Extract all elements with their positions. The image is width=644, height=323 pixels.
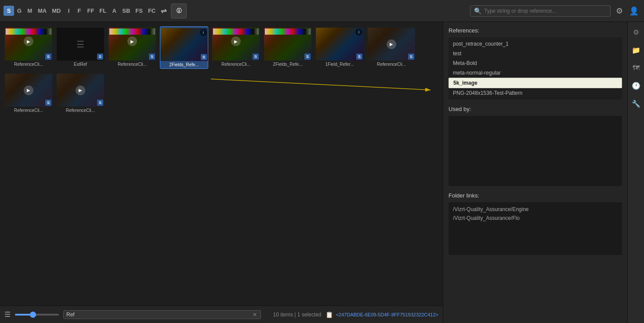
main-content: ▶ S ReferenceCli... ☰ S ExtRef bbox=[0, 22, 644, 323]
toolbar-btn-fl[interactable]: FL bbox=[97, 6, 109, 16]
item-label: 2Fields_Refe... bbox=[264, 62, 311, 67]
ref-item[interactable]: Meta-Bold bbox=[449, 58, 622, 68]
item-label: ExtRef bbox=[57, 62, 104, 67]
list-item[interactable]: ▶ S ReferenceCli... bbox=[4, 26, 53, 69]
type-badge: S bbox=[304, 54, 311, 60]
left-panel: ▶ S ReferenceCli... ☰ S ExtRef bbox=[0, 22, 443, 323]
list-item[interactable]: ☰ S ExtRef bbox=[56, 26, 105, 69]
type-badge: S bbox=[253, 54, 259, 60]
ref-item[interactable]: meta-normal-regular bbox=[449, 68, 622, 78]
type-badge: S bbox=[408, 54, 414, 60]
toolbar-btn-md[interactable]: MD bbox=[49, 6, 63, 16]
play-badge: ▶ bbox=[127, 36, 137, 46]
type-badge: S bbox=[97, 54, 103, 60]
right-panel: References: post_retrace_counter_1 test … bbox=[443, 22, 627, 323]
thumbnail: ▶ S bbox=[368, 28, 415, 61]
toolbar-right-icons: ⚙ 👤 bbox=[614, 4, 640, 18]
list-item[interactable]: ▶ S ReferenceCli... bbox=[108, 26, 156, 69]
toolbar-btn-f[interactable]: F bbox=[74, 6, 84, 16]
user-icon[interactable]: 👤 bbox=[627, 4, 640, 18]
folder-links-box: /Vizrt-Quality_Assurance/Engine /Vizrt-Q… bbox=[449, 202, 622, 255]
list-view-icon[interactable]: ☰ bbox=[4, 310, 11, 319]
colorbar bbox=[6, 29, 51, 35]
list-item[interactable]: ▶ S ReferenceCli... bbox=[212, 26, 260, 69]
toolbar-btn-s[interactable]: S bbox=[4, 6, 14, 16]
thumb-image: ▶ S bbox=[109, 28, 156, 61]
map-side-icon[interactable]: 🗺 bbox=[631, 62, 641, 74]
thumb-image: ▶ S bbox=[212, 28, 260, 61]
list-item[interactable]: S 2Fields_Refe... bbox=[264, 26, 312, 69]
toolbar-btn-fs[interactable]: FS bbox=[133, 6, 145, 16]
ref-item[interactable]: post_retrace_counter_1 bbox=[449, 39, 622, 49]
toolbar-sort-btn[interactable]: ⇌ bbox=[158, 5, 169, 17]
tools-side-icon[interactable]: 🔧 bbox=[630, 98, 642, 110]
thumb-image: i S bbox=[160, 28, 208, 61]
filter-clear-button[interactable]: ✕ bbox=[252, 312, 258, 318]
toolbar-btn-sb[interactable]: SB bbox=[119, 6, 133, 16]
list-item[interactable]: i S 1Field_Refer... bbox=[315, 26, 364, 69]
thumbnail: ▶ S bbox=[5, 28, 52, 61]
search-input[interactable] bbox=[484, 8, 607, 14]
toolbar-btn-m[interactable]: M bbox=[25, 6, 35, 16]
used-by-title: Used by: bbox=[449, 106, 622, 112]
filter-input[interactable] bbox=[66, 312, 252, 318]
item-label: ReferenceCli... bbox=[368, 62, 415, 67]
info-icon: i bbox=[355, 29, 362, 36]
thumb-image: ▶ S bbox=[5, 28, 52, 61]
settings-icon[interactable]: ⚙ bbox=[614, 4, 625, 18]
list-item[interactable]: i S 2Fields_Refe... bbox=[160, 26, 208, 69]
right-panel-inner: References: post_retrace_counter_1 test … bbox=[443, 22, 627, 323]
references-title: References: bbox=[449, 27, 622, 34]
grid-wrapper: ▶ S ReferenceCli... ☰ S ExtRef bbox=[0, 22, 443, 305]
list-item[interactable]: ▶ S ReferenceCli... bbox=[4, 72, 53, 114]
list-item[interactable]: ▶ S ReferenceCli... bbox=[367, 26, 416, 69]
thumb-image: ☰ S bbox=[57, 28, 104, 61]
settings-side-icon[interactable]: ⚙ bbox=[631, 26, 641, 38]
colorbar bbox=[109, 29, 155, 35]
uuid-copy-icon[interactable]: 📋 bbox=[326, 311, 333, 318]
references-list: post_retrace_counter_1 test Meta-Bold me… bbox=[449, 37, 622, 100]
type-badge: S bbox=[45, 100, 51, 106]
thumb-image: ▶ S bbox=[368, 28, 415, 61]
ref-item[interactable]: PNG-2048x1536-Test-Pattern bbox=[449, 88, 622, 98]
folder-links-title: Folder links: bbox=[449, 192, 622, 199]
asset-grid: ▶ S ReferenceCli... ☰ S ExtRef bbox=[0, 22, 443, 118]
toolbar-info-btn[interactable]: 🛈 bbox=[171, 4, 187, 18]
ref-item[interactable]: test bbox=[449, 49, 622, 58]
info-icon: i bbox=[200, 29, 207, 36]
item-label: ReferenceCli... bbox=[109, 62, 156, 67]
list-item[interactable]: ▶ S ReferenceCli... bbox=[56, 72, 105, 114]
item-label: 2Fields_Refe... bbox=[160, 62, 208, 67]
thumb-image: ▶ S bbox=[57, 74, 104, 107]
bottom-bar: ☰ ✕ 10 items | 1 selected 📋 <247DABDE-6E… bbox=[0, 305, 443, 323]
main-toolbar: S G M MA MD I F FF FL A SB FS FC ⇌ 🛈 🔍 ⚙… bbox=[0, 0, 644, 22]
play-badge: ▶ bbox=[387, 39, 396, 49]
ref-item-highlighted[interactable]: 5k_image bbox=[449, 78, 622, 88]
history-side-icon[interactable]: 🕐 bbox=[630, 80, 642, 92]
toolbar-btn-i[interactable]: I bbox=[63, 6, 74, 16]
toolbar-btn-ma[interactable]: MA bbox=[35, 6, 49, 16]
toolbar-btn-g[interactable]: G bbox=[14, 6, 25, 16]
thumbnail: i S bbox=[160, 28, 208, 61]
colorbar bbox=[265, 29, 311, 35]
toolbar-btn-ff[interactable]: FF bbox=[84, 6, 97, 16]
folder-side-icon[interactable]: 📁 bbox=[630, 44, 642, 56]
thumb-image: i S bbox=[316, 28, 363, 61]
toolbar-btn-a[interactable]: A bbox=[109, 6, 119, 16]
type-badge: S bbox=[201, 54, 207, 60]
status-text: 10 items | 1 selected bbox=[273, 312, 322, 318]
thumb-image: ▶ S bbox=[5, 74, 52, 107]
play-badge: ▶ bbox=[24, 36, 33, 46]
item-label: 1Field_Refer... bbox=[316, 62, 363, 67]
filter-input-wrapper: ✕ bbox=[63, 310, 261, 319]
zoom-slider[interactable] bbox=[15, 314, 59, 316]
type-badge: S bbox=[149, 54, 155, 60]
thumbnail: ☰ S bbox=[57, 28, 104, 61]
play-badge: ▶ bbox=[231, 36, 241, 46]
item-label: ReferenceCli... bbox=[57, 108, 104, 113]
search-icon: 🔍 bbox=[474, 7, 481, 14]
folder-link-item[interactable]: /Vizrt-Quality_Assurance/Flo bbox=[453, 214, 618, 223]
toolbar-btn-fc[interactable]: FC bbox=[145, 6, 158, 16]
thumbnail: ▶ S bbox=[109, 28, 156, 61]
folder-link-item[interactable]: /Vizrt-Quality_Assurance/Engine bbox=[453, 205, 618, 214]
